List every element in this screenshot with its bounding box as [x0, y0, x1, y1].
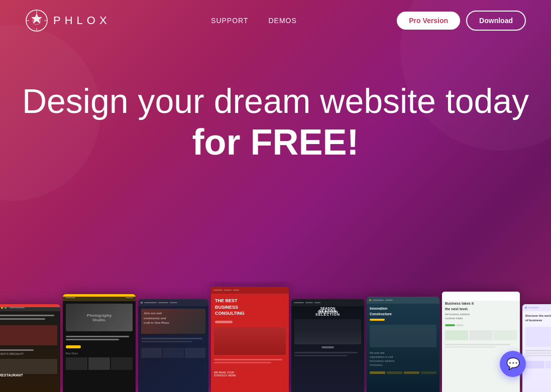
demo-label-1: RESTAURANT [0, 373, 23, 377]
hero-content: Design your dream website today for FREE… [0, 41, 551, 164]
demo-card-consulting[interactable]: THE BESTBUSINESSCONSULTING WE MAKE YOURS… [211, 287, 289, 392]
demo-card-business-light[interactable]: Business takes itthe next level. the bus… [442, 292, 520, 392]
logo[interactable]: PHLOX [25, 9, 111, 32]
demo-card-restaurant[interactable]: TODAY'S SPECIALITY RESTAURANT [0, 304, 60, 392]
download-button[interactable]: Download [466, 11, 526, 31]
logo-icon [25, 9, 48, 32]
demos-strip: TODAY'S SPECIALITY RESTAURANT Photograph… [0, 282, 551, 392]
nav-demos[interactable]: DEMOS [268, 17, 296, 25]
nav-support[interactable]: SUPPORT [211, 17, 248, 25]
pro-version-button[interactable]: Pro Version [397, 12, 460, 30]
nav-links: SUPPORT DEMOS [211, 17, 297, 25]
hero-section: PHLOX SUPPORT DEMOS Pro Version Download… [0, 0, 551, 392]
demo-card-construction[interactable]: InnovationConstructure We work withorgan… [367, 297, 439, 392]
chat-bubble-button[interactable]: 💬 [500, 351, 526, 377]
demo-card-agency[interactable]: Join our andcommunity andcraft in One Pl… [138, 299, 208, 392]
chat-icon: 💬 [506, 357, 520, 370]
demo-card-photography[interactable]: PhotographyStudio. Best Shots [63, 294, 136, 392]
hero-title-line1: Design your dream website today [0, 81, 551, 120]
navbar: PHLOX SUPPORT DEMOS Pro Version Download [0, 0, 551, 41]
logo-text: PHLOX [53, 14, 111, 27]
nav-actions: Pro Version Download [397, 11, 526, 31]
hero-title-line2: for FREE! [0, 120, 551, 164]
demo-card-fashion[interactable]: SEASONSELECTION [291, 299, 364, 392]
demo-card-product[interactable]: Discover the worldof business [522, 304, 551, 392]
hero-free-text: for FREE! [192, 122, 359, 162]
